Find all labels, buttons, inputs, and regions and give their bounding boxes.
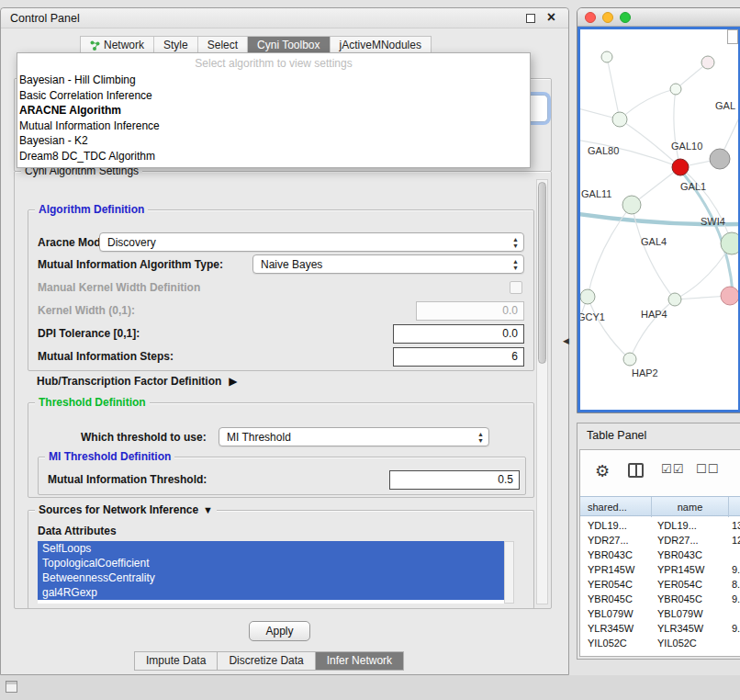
which-threshold-select[interactable]: MI Threshold ▲▼ [219,427,489,446]
columns-icon[interactable] [628,463,644,478]
table-panel-content: ⚙ ☑☑ ☐☐ shared... name YDL19...YDL19...1… [579,449,740,657]
network-node-label: HAP2 [632,367,658,378]
splitter-collapse-icon[interactable]: ◀ [563,336,569,345]
list-item[interactable]: SelfLoops [38,541,504,556]
table-row[interactable]: YBR043CYBR043C [580,548,740,562]
select-all-icon[interactable]: ☑☑ [661,462,684,476]
table-panel-title: Table Panel [587,429,646,442]
table-row[interactable]: YPR145WYPR145W9. [580,562,740,577]
algorithm-option[interactable]: Bayesian - K2 [17,133,530,149]
network-edge [607,57,620,119]
threshold-definition-group: Threshold Definition Which threshold to … [28,402,534,498]
algorithm-dropdown-popup: Select algorithm to view settings Bayesi… [17,52,531,168]
network-node-label: HAP4 [641,309,667,320]
zoom-traffic-icon[interactable] [620,12,631,23]
network-node[interactable] [622,196,641,214]
network-node[interactable] [623,353,636,366]
network-canvas[interactable]: GAL80GAL10GAL11GAL1SWI4GAL4GCY1HAP4HAP2G… [577,27,740,412]
table-row[interactable]: YLR345WYLR345W9. [580,621,740,636]
mi-threshold-label: Mutual Information Threshold: [48,473,207,486]
algorithm-option-selected[interactable]: ARACNE Algorithm [17,103,530,119]
manual-kernel-checkbox[interactable] [510,281,522,294]
aracne-mode-select[interactable]: Discovery ▲▼ [99,232,524,252]
stepper-arrows-icon: ▲▼ [477,431,484,444]
apply-button[interactable]: Apply [249,621,310,641]
network-node[interactable] [672,159,689,175]
algorithm-definition-title: Algorithm Definition [35,203,148,216]
network-window-titlebar[interactable] [577,8,740,27]
threshold-definition-title: Threshold Definition [35,396,150,409]
minimize-traffic-icon[interactable] [602,12,613,23]
network-node-label: GCY1 [580,311,605,322]
network-node[interactable] [612,112,627,127]
aracne-mode-value: Discovery [107,236,156,249]
table-row[interactable]: YDR27...YDR27...12 [580,533,740,548]
attributes-list-scrollbar[interactable] [504,541,514,604]
algorithm-option[interactable]: Mutual Information Inference [17,119,530,134]
cyni-algorithm-settings-group: Cyni Algorithm Settings Algorithm Defini… [14,171,552,609]
mi-type-value: Naive Bayes [261,258,322,271]
desktop: Control Panel × Network Style Select Cyn… [0,0,740,700]
table-row[interactable]: YBL079WYBL079W [580,606,740,621]
dpi-tolerance-field[interactable]: 0.0 [393,324,524,344]
table-row[interactable]: YIL052CYIL052C [580,636,740,650]
data-attributes-label: Data Attributes [38,525,117,537]
network-node[interactable] [710,149,730,169]
list-item[interactable]: TopologicalCoefficient [38,556,504,570]
network-node[interactable] [721,287,739,305]
network-node[interactable] [721,232,740,254]
network-node[interactable] [601,51,612,62]
table-row[interactable]: YER054CYER054C8. [580,577,740,592]
network-edge [620,89,676,119]
table-row[interactable]: YDL19...YDL19...13 [580,518,740,533]
network-canvas-svg: GAL80GAL10GAL11GAL1SWI4GAL4GCY1HAP4HAP2G… [580,29,740,412]
mi-type-label: Mutual Information Algorithm Type: [38,258,223,271]
network-scroll-button[interactable] [727,29,738,44]
bottom-strip [0,675,740,700]
tab-impute-data[interactable]: Impute Data [134,651,218,671]
dpi-tolerance-label: DPI Tolerance [0,1]: [38,327,140,340]
sources-group-title[interactable]: Sources for Network Inference ▼ [35,503,217,516]
close-icon[interactable]: × [547,9,555,26]
bottom-tabbar: Impute Data Discretize Data Infer Networ… [134,651,404,671]
kernel-width-field[interactable]: 0.0 [416,301,524,321]
stepper-arrows-icon: ▲▼ [512,236,519,249]
network-node-label: GAL10 [671,141,702,152]
algorithm-option[interactable]: Dream8 DC_TDC Algorithm [17,149,530,164]
mi-threshold-field[interactable]: 0.5 [389,470,520,490]
deselect-all-icon[interactable]: ☐☐ [696,462,719,476]
kernel-width-label: Kernel Width (0,1): [38,304,135,317]
column-header-name[interactable]: name [652,497,729,517]
list-item[interactable]: gal4RGexp [38,585,504,600]
gear-icon[interactable]: ⚙ [595,461,610,481]
float-window-icon[interactable] [526,14,535,23]
collapsed-arrow-icon: ▶ [229,375,237,388]
settings-scrollbar[interactable] [536,179,548,604]
network-node[interactable] [580,289,595,304]
mi-type-select[interactable]: Naive Bayes ▲▼ [252,254,524,274]
tab-discretize-data[interactable]: Discretize Data [218,651,315,671]
network-node-label: GAL80 [588,145,619,156]
sources-group: Sources for Network Inference ▼ Data Att… [28,510,534,609]
close-traffic-icon[interactable] [585,12,596,23]
algorithm-option[interactable]: Bayesian - Hill Climbing [17,73,530,88]
network-node[interactable] [670,84,681,95]
network-node-label: GAL11 [581,188,611,199]
network-node[interactable] [668,293,681,306]
control-panel-title: Control Panel [10,12,80,25]
minimized-panel-icon[interactable] [6,681,17,693]
network-node[interactable] [701,56,714,69]
mi-steps-field[interactable]: 6 [393,347,524,367]
stepper-arrows-icon: ▲▼ [512,258,519,271]
algorithm-option[interactable]: Basic Correlation Inference [17,88,530,104]
column-header-shared-name[interactable]: shared... [580,497,652,517]
table-row[interactable]: YBR045CYBR045C9. [580,592,740,606]
control-panel-titlebar[interactable]: Control Panel × [1,8,568,28]
network-edge [588,297,630,359]
tab-infer-network[interactable]: Infer Network [316,651,404,671]
hub-section-toggle[interactable]: Hub/Transcription Factor Definition ▶ [37,375,238,388]
column-header-extra[interactable] [729,497,740,517]
settings-scrollbar-thumb[interactable] [538,182,546,364]
list-item[interactable]: BetweennessCentrality [38,570,504,585]
network-tab-icon [90,40,100,51]
